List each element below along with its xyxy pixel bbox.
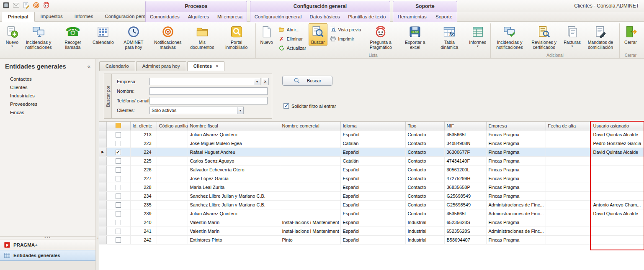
table-row-242[interactable]: 242Extintores PintoPintoEspañolIndustria… — [99, 235, 644, 244]
table-row-213[interactable]: 213Julian Alvarez QuinteroEspañolContact… — [99, 130, 644, 139]
ribbon-button-abrir[interactable]: Abrir... — [277, 26, 301, 33]
table-row-226[interactable]: 226Salvador Echeverría OteroEspañolConta… — [99, 165, 644, 174]
ribbon-button-revisiones-y-certificados[interactable]: Revisiones y certificados — [527, 23, 561, 51]
row-checkbox[interactable] — [116, 211, 121, 217]
row-checkbox[interactable] — [116, 237, 121, 243]
table-row-227[interactable]: 227José López GarcíaEspañolContacto47275… — [99, 174, 644, 183]
ribbon-button-tabla-dinamica[interactable]: fxTabla dinámica — [432, 23, 466, 51]
search-button[interactable]: Buscar — [282, 76, 332, 86]
ribbon-button-informes[interactable]: Informes▾ — [466, 23, 489, 48]
column-header-id-cliente[interactable]: Id. cliente — [130, 122, 157, 130]
sidebar-item-proveedores[interactable]: Proveedores — [10, 100, 95, 108]
filter-input-telefono-e-mail[interactable] — [149, 97, 268, 104]
tab-comunidades[interactable]: Comunidades — [147, 12, 182, 22]
tab-herramientas[interactable]: Herramientas — [395, 12, 429, 22]
select-all-checkbox[interactable] — [116, 123, 121, 128]
row-checkbox[interactable] — [116, 176, 121, 181]
column-header-nif[interactable]: NIF — [444, 122, 486, 130]
doc-tab-adminet-para-hoy[interactable]: Adminet para hoy — [136, 61, 186, 71]
ribbon-button-buscar[interactable]: Buscar — [309, 23, 327, 46]
filter-on-enter-checkbox[interactable] — [283, 103, 289, 109]
ribbon-button-mandatos-de-domiciliacion[interactable]: Mandatos de domiciliación — [583, 23, 618, 51]
ribbon-button-facturas[interactable]: Facturas▾ — [561, 23, 583, 48]
column-header-usuario-asignado[interactable]: Usuario asignado — [591, 122, 644, 130]
column-header-nombre-comercial[interactable]: Nombre comercial — [280, 122, 340, 130]
row-checkbox[interactable] — [116, 194, 121, 199]
sidebar-panel-pragma[interactable]: PPRAGMA+ — [0, 239, 95, 250]
table-row-235[interactable]: 235Sanchez Llibre Julian y Mariano C.B.E… — [99, 200, 644, 209]
column-header-empresa[interactable]: Empresa — [486, 122, 546, 130]
ribbon-button-nuevo[interactable]: Nuevo — [258, 23, 276, 46]
app-quick-button[interactable] — [3, 2, 10, 10]
table-row-240[interactable]: 240Valentín MarínInstal·lacions i Manten… — [99, 218, 644, 227]
tab-informes[interactable]: Informes — [69, 12, 99, 22]
row-checkbox[interactable] — [116, 185, 121, 190]
column-header-fecha-de-alta[interactable]: Fecha de alta — [546, 122, 591, 130]
column-header-nombre-fiscal[interactable]: Nombre fiscal — [188, 122, 280, 130]
sidebar-item-industriales[interactable]: Industriales — [10, 92, 95, 100]
mail-quick-button[interactable] — [13, 2, 20, 10]
sidebar-panel-entidades-generales[interactable]: Entidades generales — [0, 250, 95, 261]
ribbon-button-incidencias-y-notificaciones[interactable]: Incidencias y notificaciones — [21, 23, 56, 51]
table-row-223[interactable]: 223José Miguel Mulero EgeaCatalánContact… — [99, 139, 644, 148]
table-row-225[interactable]: 225Carlos Saenz AguayoCatalánContacto474… — [99, 156, 644, 165]
ribbon-button-incidencias-y-notificaciones[interactable]: Incidencias y notificaciones — [492, 23, 527, 51]
tab-soporte[interactable]: Soporte — [433, 12, 455, 22]
tab-mi-empresa[interactable]: Mi empresa — [215, 12, 245, 22]
broadcast-quick-button[interactable] — [33, 2, 40, 10]
row-checkbox[interactable] — [116, 229, 121, 234]
sidebar-item-fincas[interactable]: Fincas — [10, 108, 95, 117]
row-checkbox[interactable] — [116, 150, 121, 155]
ribbon-button-adminet-para-hoy[interactable]: ADMINET para hoy — [116, 23, 151, 51]
ribbon-button-calendario[interactable]: Calendario — [90, 23, 116, 46]
filter-input-nombre[interactable] — [149, 87, 268, 95]
table-row-234[interactable]: 234Sanchez Llibre Julian y Mariano C.B.E… — [99, 191, 644, 200]
sidebar-item-clientes[interactable]: Clientes — [10, 83, 95, 92]
combo-dropdown-icon[interactable]: ▼ — [254, 78, 260, 85]
row-checkbox[interactable] — [116, 202, 121, 208]
sidebar-collapse-icon[interactable]: « — [88, 63, 90, 69]
pragmatico-quick-button[interactable] — [43, 2, 50, 10]
column-header-codigo-auxiliar[interactable]: Código auxiliar — [157, 122, 188, 130]
ribbon-button-mis-documentos[interactable]: Mis documentos — [185, 23, 219, 51]
column-header-select[interactable] — [106, 122, 130, 130]
ribbon-button-portal-inmobiliario[interactable]: Portal inmobiliario — [219, 23, 254, 51]
tab-alquileres[interactable]: Alquileres — [185, 12, 212, 22]
tab-principal[interactable]: Principal — [2, 12, 35, 22]
ribbon-button-notificaciones-masivas[interactable]: Notificaciones masivas — [151, 23, 185, 51]
row-checkbox[interactable] — [116, 220, 121, 225]
column-header-idioma[interactable]: Idioma — [340, 122, 405, 130]
table-row-228[interactable]: 228Maria Leal ZuritaEspañolContacto36835… — [99, 183, 644, 191]
table-row-241[interactable]: 241Valentín MarínInstal·lacions i Manten… — [99, 227, 644, 235]
ribbon-button-nuevo[interactable]: Nuevo▾ — [3, 23, 21, 48]
tab-datos-basicos[interactable]: Datos básicos — [307, 12, 343, 22]
combo-dropdown-icon[interactable]: ▼ — [237, 107, 244, 114]
ribbon-button-imprimir[interactable]: Imprimir — [329, 35, 355, 42]
close-tab-icon[interactable]: × — [216, 64, 219, 69]
doc-tab-calendario[interactable]: Calendario — [99, 61, 135, 71]
filter-input-empresa[interactable] — [149, 78, 254, 85]
clear-field-icon[interactable]: × — [262, 78, 269, 85]
column-header-tipo[interactable]: Tipo — [405, 122, 444, 130]
ribbon-button-eliminar[interactable]: ✗Eliminar — [277, 35, 304, 42]
row-checkbox[interactable] — [116, 158, 121, 164]
sidebar-item-contactos[interactable]: Contactos — [10, 75, 95, 83]
filter-side-tab[interactable]: Buscar por — [104, 74, 112, 118]
ribbon-button-cerrar[interactable]: Cerrar — [621, 23, 640, 46]
tab-plantillas-de-texto[interactable]: Plantillas de texto — [345, 12, 388, 22]
notes-quick-button[interactable] — [23, 2, 30, 10]
filter-input-clientes[interactable] — [149, 107, 237, 114]
sidebar-splitter[interactable]: ••• — [0, 236, 95, 239]
row-checkbox[interactable] — [116, 141, 121, 146]
table-row-239[interactable]: 239Julian Alvarez QuinteroEspañolContact… — [99, 209, 644, 218]
tab-configuracion-general[interactable]: Configuración general — [252, 12, 304, 22]
row-checkbox[interactable] — [116, 167, 121, 173]
row-checkbox[interactable] — [116, 132, 121, 138]
filter-on-enter-checkbox-row[interactable]: Solicitar filtro al entrar — [283, 103, 336, 109]
ribbon-button-vista-previa[interactable]: Vista previa — [329, 26, 363, 33]
doc-tab-clientes[interactable]: Clientes× — [187, 61, 225, 71]
ribbon-button-recoger-llamada[interactable]: ☎Recoger llamada — [56, 23, 90, 51]
ribbon-button-exportar-a-excel[interactable]: HLSBExportar a excel — [398, 23, 432, 51]
ribbon-button-pregunta-a-pragmatico[interactable]: Pregunta a Pragmático — [363, 23, 398, 51]
ribbon-button-actualizar[interactable]: Actualizar — [277, 44, 307, 51]
